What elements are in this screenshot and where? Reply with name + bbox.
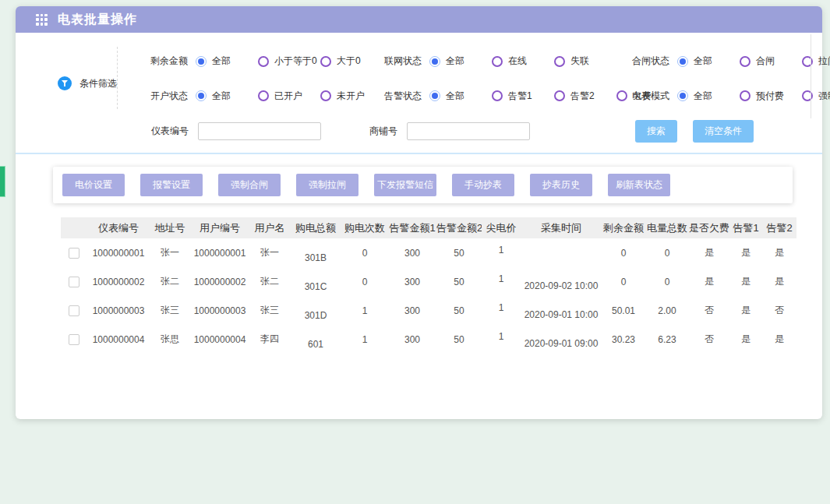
radio-button-icon[interactable] xyxy=(196,56,207,67)
action-button-0[interactable]: 电价设置 xyxy=(62,174,125,196)
table-cell: 0 xyxy=(645,238,689,267)
row-checkbox-cell xyxy=(61,325,87,354)
radio-button-icon[interactable] xyxy=(554,90,565,101)
action-button-7[interactable]: 刷新表状态 xyxy=(608,174,670,196)
table-header-cell: 购电总额 xyxy=(290,217,341,238)
table-cell: 2020-09-02 10:00 xyxy=(521,267,602,296)
table-header-cell: 是否欠费 xyxy=(689,217,729,238)
radio-option[interactable]: 全部 xyxy=(196,90,258,103)
radio-option[interactable]: 告警1 xyxy=(492,90,554,103)
table-cell: 是 xyxy=(689,267,729,296)
table-cell-value: 是 xyxy=(775,247,784,258)
table-cell-value: 300 xyxy=(404,277,420,287)
radio-button-icon[interactable] xyxy=(616,90,627,101)
table-cell-value: 2.00 xyxy=(658,305,676,316)
table-cell: 300 xyxy=(388,325,436,354)
radio-option[interactable]: 未开户 xyxy=(320,90,383,103)
table-header-row: 仪表编号地址号用户编号用户名购电总额购电次数告警金额1告警金额2尖电价采集时间剩… xyxy=(61,217,796,238)
table-header-cell: 尖电价 xyxy=(482,217,521,238)
table-header-cell: 剩余金额 xyxy=(602,217,645,238)
radio-button-icon[interactable] xyxy=(320,56,331,67)
radio-button-icon[interactable] xyxy=(492,90,503,101)
table-cell-value: 1000000002 xyxy=(194,277,246,287)
table-cell: 张一 xyxy=(249,238,290,267)
radio-button-icon[interactable] xyxy=(429,56,440,67)
radio-button-icon[interactable] xyxy=(196,90,207,101)
radio-button-icon[interactable] xyxy=(492,56,503,67)
table-cell-value: 1000000002 xyxy=(93,277,145,287)
table-cell-value: 否 xyxy=(705,305,714,315)
action-button-4[interactable]: 下发报警短信 xyxy=(374,174,436,196)
radio-option-label: 已开户 xyxy=(274,90,302,103)
meter-table-wrap: 仪表编号地址号用户编号用户名购电总额购电次数告警金额1告警金额2尖电价采集时间剩… xyxy=(61,217,822,354)
action-button-5[interactable]: 手动抄表 xyxy=(452,174,514,196)
radio-button-icon[interactable] xyxy=(429,90,440,101)
table-cell: 300 xyxy=(388,296,436,325)
table-cell-value: 0 xyxy=(362,277,368,287)
radio-option-label: 大于0 xyxy=(337,55,361,68)
search-button[interactable]: 搜索 xyxy=(635,120,677,143)
meter-number-input[interactable] xyxy=(198,122,321,140)
radio-button-icon[interactable] xyxy=(677,90,688,101)
table-cell-value: 1 xyxy=(499,302,504,313)
table-cell-value: 301B xyxy=(305,252,327,263)
table-cell: 300 xyxy=(388,238,436,267)
radio-option[interactable]: 全部 xyxy=(677,90,740,103)
radio-option[interactable]: 在线 xyxy=(492,55,554,68)
row-checkbox[interactable] xyxy=(69,277,79,287)
table-cell-value: 301D xyxy=(305,310,327,321)
radio-option[interactable]: 预付费 xyxy=(740,90,802,103)
radio-option[interactable]: 全部 xyxy=(429,90,492,103)
radio-option[interactable]: 大于0 xyxy=(320,55,383,68)
radio-option[interactable]: 失联 xyxy=(554,55,616,68)
radio-button-icon[interactable] xyxy=(320,90,331,101)
radio-option[interactable]: 强制模式 xyxy=(802,90,830,103)
table-cell: 张思 xyxy=(150,325,190,354)
radio-button-icon[interactable] xyxy=(740,90,751,101)
table-cell-value: 1 xyxy=(362,334,368,345)
radio-option-label: 全部 xyxy=(446,55,464,68)
row-checkbox[interactable] xyxy=(69,248,79,259)
radio-option[interactable]: 全部 xyxy=(429,55,492,68)
table-cell-value: 0 xyxy=(621,248,627,259)
table-cell: 是 xyxy=(689,238,729,267)
action-button-6[interactable]: 抄表历史 xyxy=(530,174,592,196)
table-cell: 1000000001 xyxy=(87,238,150,267)
radio-button-icon[interactable] xyxy=(258,90,269,101)
row-checkbox[interactable] xyxy=(69,305,79,316)
radio-button-icon[interactable] xyxy=(258,56,269,67)
clear-conditions-button[interactable]: 清空条件 xyxy=(693,120,754,143)
radio-option[interactable]: 全部 xyxy=(196,55,258,68)
filter-group-0: 剩余金额全部小于等于0大于0 xyxy=(150,48,384,75)
left-edge-collapse-tab[interactable] xyxy=(0,166,5,197)
table-cell: 30.23 xyxy=(602,325,645,354)
table-cell-value: 1 xyxy=(362,305,368,316)
radio-option[interactable]: 全部 xyxy=(677,55,740,68)
table-cell: 1 xyxy=(482,238,521,267)
table-cell-value: 张一 xyxy=(260,247,279,258)
shop-number-input[interactable] xyxy=(407,122,530,140)
grid-menu-icon[interactable] xyxy=(36,14,48,26)
action-button-3[interactable]: 强制拉闸 xyxy=(296,174,358,196)
action-button-2[interactable]: 强制合闸 xyxy=(218,174,281,196)
radio-option[interactable]: 告警2 xyxy=(554,90,616,103)
radio-button-icon[interactable] xyxy=(677,56,688,67)
table-cell: 否 xyxy=(689,296,729,325)
radio-option[interactable]: 合闸 xyxy=(740,55,802,68)
radio-option-label: 告警2 xyxy=(570,90,595,103)
row-checkbox[interactable] xyxy=(69,334,79,345)
table-cell: 1000000004 xyxy=(190,325,249,354)
filter-group-label: 告警状态 xyxy=(384,90,422,103)
table-cell: 300 xyxy=(388,267,436,296)
scrollbar-track[interactable] xyxy=(811,34,811,118)
action-button-1[interactable]: 报警设置 xyxy=(140,174,203,196)
radio-option[interactable]: 小于等于0 xyxy=(258,55,320,68)
search-buttons-group: 搜索 清空条件 xyxy=(635,120,754,143)
radio-option[interactable]: 已开户 xyxy=(258,90,320,103)
radio-button-icon[interactable] xyxy=(740,56,751,67)
table-header-cell: 购电次数 xyxy=(341,217,388,238)
radio-option[interactable]: 拉闸 xyxy=(802,55,830,68)
radio-button-icon[interactable] xyxy=(554,56,565,67)
filter-group-label: 联网状态 xyxy=(384,55,422,68)
filter-icon xyxy=(58,76,72,90)
